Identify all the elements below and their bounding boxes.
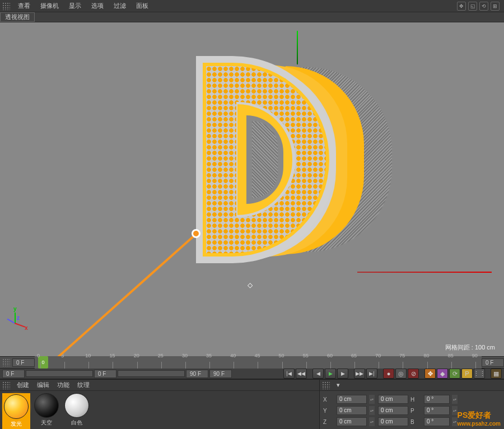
- menu-panel[interactable]: 面板: [132, 1, 153, 11]
- material-preview-icon: [34, 393, 59, 418]
- make-preview-button[interactable]: ▦: [491, 369, 502, 379]
- label-p: P: [410, 408, 422, 414]
- field-size-z[interactable]: 0 cm: [378, 417, 408, 426]
- stepper-icon[interactable]: ▴▾: [369, 395, 375, 404]
- grip-icon: [322, 381, 330, 389]
- material-label: 发光: [11, 420, 22, 428]
- d-front-face: [196, 56, 336, 263]
- range-end-field[interactable]: 90 F: [186, 370, 208, 378]
- field-pos-z[interactable]: 0 cm: [337, 417, 367, 426]
- materials-panel: 创建 编辑 功能 纹理 发光 天空 白色: [0, 380, 319, 429]
- range-slider-2[interactable]: [118, 370, 185, 377]
- viewport-controls: ✥ ◱ ⟲ ⊞: [457, 2, 502, 11]
- timeline-end-field[interactable]: 0 F: [482, 358, 504, 367]
- stepper-icon[interactable]: ▴▾: [369, 406, 375, 415]
- next-key-button[interactable]: ▶▶: [354, 369, 365, 379]
- timeline-ruler[interactable]: 0 0 5 10 15 20 25 30 35 40 45 50 55 60 6…: [35, 356, 482, 369]
- stepper-icon[interactable]: ▴▾: [452, 417, 458, 426]
- material-preview-icon: [4, 394, 29, 419]
- prev-key-button[interactable]: ◀◀: [296, 369, 307, 379]
- range-slider[interactable]: [26, 370, 93, 377]
- key-param-button[interactable]: P: [461, 369, 473, 379]
- viewport-menu-bar: 查看 摄像机 显示 选项 过滤 面板 ✥ ◱ ⟲ ⊞: [0, 0, 504, 12]
- watermark: PS爱好者 www.psahz.com: [458, 411, 501, 427]
- menu-camera[interactable]: 摄像机: [36, 1, 63, 11]
- materials-menu: 创建 编辑 功能 纹理: [0, 380, 319, 391]
- svg-line-0: [17, 234, 196, 356]
- field-rot-p[interactable]: 0 °: [424, 406, 450, 415]
- material-label: 白色: [71, 419, 82, 427]
- field-rot-h[interactable]: 0 °: [424, 395, 450, 404]
- coords-menu: ▾: [320, 380, 504, 391]
- record-button[interactable]: ●: [383, 369, 394, 379]
- field-rot-b[interactable]: 0 °: [424, 417, 450, 426]
- range-start-field[interactable]: 0 F: [2, 370, 25, 378]
- axis-gizmo: y x z: [10, 313, 32, 335]
- material-preview-icon: [64, 393, 89, 418]
- menu-texture[interactable]: 纹理: [74, 380, 93, 390]
- field-size-x[interactable]: 0 cm: [378, 395, 408, 404]
- pivot-cursor: [248, 281, 253, 287]
- material-swatch-sky[interactable]: 天空: [32, 393, 60, 427]
- grip-icon: [2, 2, 10, 10]
- field-size-y[interactable]: 0 cm: [378, 406, 408, 415]
- coords-drop-icon[interactable]: ▾: [333, 381, 343, 389]
- menu-create[interactable]: 创建: [13, 380, 32, 390]
- zoom-icon[interactable]: ◱: [468, 2, 477, 11]
- menu-filter[interactable]: 过滤: [109, 1, 130, 11]
- key-pla-button[interactable]: ⋮⋮: [474, 369, 485, 379]
- goto-end-button[interactable]: ▶|: [366, 369, 377, 379]
- stepper-icon[interactable]: ▴▾: [369, 417, 375, 426]
- grip-icon: [2, 381, 10, 389]
- key-options-button[interactable]: ⊘: [408, 369, 419, 379]
- timeline-start-field[interactable]: 0 F: [12, 358, 35, 367]
- materials-list[interactable]: 发光 天空 白色: [0, 391, 319, 429]
- viewport-label-bar: 透视视图: [0, 12, 504, 22]
- layout-icon[interactable]: ⊞: [491, 2, 500, 11]
- key-psr-button[interactable]: ✥: [424, 369, 436, 379]
- field-pos-y[interactable]: 0 cm: [337, 406, 367, 415]
- viewport-3d[interactable]: y x z 网格间距 : 100 cm: [0, 22, 504, 356]
- menu-function[interactable]: 功能: [54, 380, 73, 390]
- autokey-button[interactable]: ◎: [395, 369, 407, 379]
- max-frame-field[interactable]: 90 F: [209, 370, 232, 378]
- rotate-icon[interactable]: ⟲: [479, 2, 488, 11]
- grip-icon: [2, 358, 10, 366]
- step-back-button[interactable]: ◀: [312, 369, 324, 379]
- key-rotation-button[interactable]: ⟳: [449, 369, 460, 379]
- menu-edit[interactable]: 编辑: [34, 380, 53, 390]
- menu-display[interactable]: 显示: [64, 1, 86, 11]
- move-icon[interactable]: ✥: [457, 2, 466, 11]
- viewport-label: 透视视图: [0, 12, 35, 22]
- scene-object-d: [185, 56, 392, 280]
- material-swatch-white[interactable]: 白色: [63, 393, 91, 427]
- goto-start-button[interactable]: |◀: [283, 369, 295, 379]
- current-frame-field[interactable]: 0 F: [94, 370, 116, 378]
- annotation-origin-dot: [192, 229, 200, 238]
- transport-bar: 0 F 0 F 90 F 90 F |◀ ◀◀ ◀ ▶ ▶ ▶▶ ▶| ● ◎ …: [0, 369, 504, 379]
- label-x: X: [323, 397, 334, 403]
- label-y: Y: [323, 408, 334, 414]
- label-b: B: [410, 419, 422, 425]
- step-forward-button[interactable]: ▶: [337, 369, 348, 379]
- material-label: 天空: [41, 419, 52, 427]
- play-button[interactable]: ▶: [325, 369, 336, 379]
- key-scale-button[interactable]: ◆: [437, 369, 448, 379]
- field-pos-x[interactable]: 0 cm: [337, 395, 367, 404]
- label-h: H: [410, 397, 422, 403]
- label-z: Z: [323, 419, 334, 425]
- bottom-panels: 0 F 0 0 5 10 15 20 25 30 35 40 45 50 55 …: [0, 356, 504, 429]
- stepper-icon[interactable]: ▴▾: [452, 406, 458, 415]
- menu-options[interactable]: 选项: [87, 1, 108, 11]
- grid-info-label: 网格间距 : 100 cm: [445, 343, 495, 352]
- menu-view[interactable]: 查看: [13, 1, 35, 11]
- timeline-bar: 0 F 0 0 5 10 15 20 25 30 35 40 45 50 55 …: [0, 356, 504, 369]
- stepper-icon[interactable]: ▴▾: [452, 395, 458, 404]
- material-swatch-glow[interactable]: 发光: [2, 393, 30, 429]
